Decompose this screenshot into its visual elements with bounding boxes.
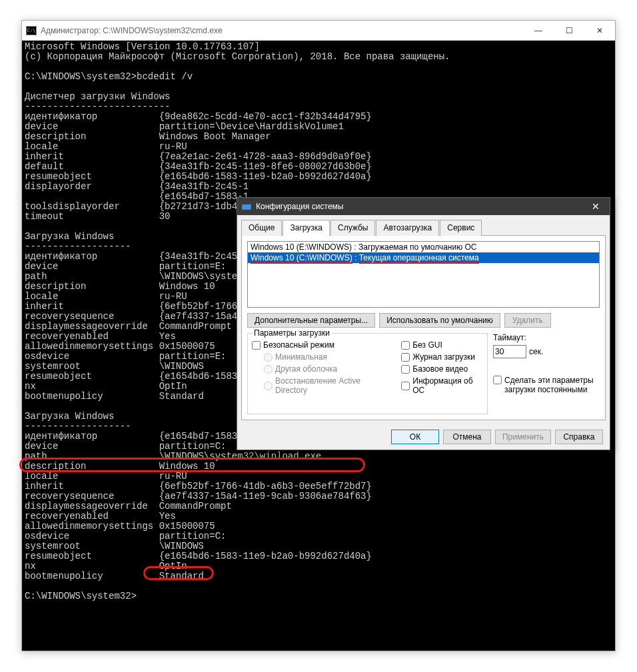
cancel-button[interactable]: Отмена — [443, 430, 491, 444]
timeout-input[interactable] — [493, 345, 526, 358]
msconfig-panel: Windows 10 (E:\WINDOWS) : Загружаемая по… — [241, 235, 606, 420]
tab-tools[interactable]: Сервис — [440, 220, 482, 236]
msconfig-dialog: Конфигурация системы ✕ Общие Загрузка Сл… — [237, 197, 610, 450]
basevideo-checkbox[interactable]: Базовое видео — [401, 364, 483, 374]
boot-entry-path: Windows 10 (C:\WINDOWS) — [251, 253, 352, 264]
tab-startup[interactable]: Автозагрузка — [376, 220, 439, 236]
boot-entry-row[interactable]: Windows 10 (E:\WINDOWS) : Загружаемая по… — [248, 242, 599, 252]
bootlog-checkbox[interactable]: Журнал загрузки — [401, 352, 483, 362]
boot-entry-desc: Текущая операционная система — [359, 253, 479, 264]
apply-button: Применить — [495, 430, 551, 444]
cmd-icon — [26, 26, 37, 35]
msconfig-title: Конфигурация системы — [256, 202, 582, 211]
set-default-button[interactable]: Использовать по умолчанию — [379, 313, 500, 328]
msconfig-footer: ОК Отмена Применить Справка — [237, 424, 610, 450]
boot-options-title: Параметры загрузки — [252, 328, 332, 338]
safeboot-altshell-radio: Другая оболочка — [252, 364, 388, 374]
boot-entry-row-selected[interactable]: Windows 10 (C:\WINDOWS) : Текущая операц… — [248, 252, 599, 263]
cmd-titlebar[interactable]: Администратор: C:\WINDOWS\system32\cmd.e… — [22, 21, 615, 41]
close-button[interactable]: ✕ — [584, 21, 615, 40]
minimize-button[interactable]: — — [523, 21, 554, 40]
msconfig-tabs: Общие Загрузка Службы Автозагрузка Серви… — [237, 215, 610, 235]
tab-general[interactable]: Общие — [241, 220, 282, 236]
ok-button[interactable]: ОК — [391, 430, 439, 444]
timeout-label: Таймаут: — [493, 333, 600, 342]
tab-services[interactable]: Службы — [330, 220, 375, 236]
msconfig-close-button[interactable]: ✕ — [582, 198, 610, 215]
safeboot-checkbox[interactable]: Безопасный режим — [252, 340, 388, 350]
osinfo-checkbox[interactable]: Информация об ОС — [401, 376, 483, 395]
permanent-checkbox[interactable]: Сделать эти параметры загрузки постоянны… — [493, 376, 600, 395]
msconfig-icon — [241, 201, 252, 212]
tab-boot[interactable]: Загрузка — [283, 220, 330, 236]
safeboot-minimal-radio: Минимальная — [252, 352, 388, 362]
delete-button: Удалить — [504, 313, 551, 328]
boot-options-group: Параметры загрузки Безопасный режим Мини… — [247, 333, 488, 414]
maximize-button[interactable]: ☐ — [554, 21, 584, 40]
msconfig-titlebar[interactable]: Конфигурация системы ✕ — [237, 198, 610, 215]
svg-rect-2 — [242, 202, 251, 204]
nogui-checkbox[interactable]: Без GUI — [401, 340, 483, 350]
advanced-options-button[interactable]: Дополнительные параметры... — [247, 313, 375, 328]
cmd-title: Администратор: C:\WINDOWS\system32\cmd.e… — [41, 26, 523, 35]
timeout-unit: сек. — [529, 347, 543, 356]
safeboot-adrepair-radio: Восстановление Active Directory — [252, 376, 388, 395]
boot-entries-list[interactable]: Windows 10 (E:\WINDOWS) : Загружаемая по… — [247, 241, 600, 308]
help-button[interactable]: Справка — [555, 430, 603, 444]
timeout-side: Таймаут: сек. Сделать эти параметры загр… — [493, 333, 600, 414]
